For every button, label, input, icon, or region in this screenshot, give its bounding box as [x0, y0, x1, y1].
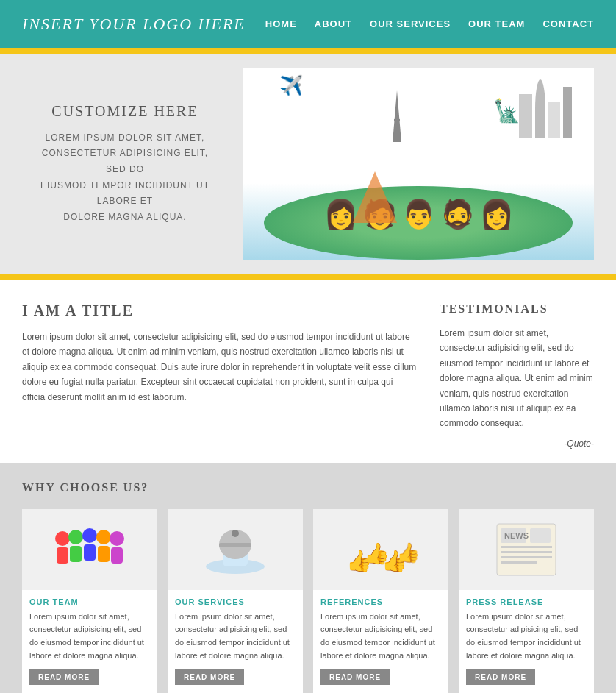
card-team-body: Lorem ipsum dolor sit amet, consectetur … — [29, 611, 150, 662]
card-team: Our Team Lorem ipsum dolor sit amet, con… — [22, 509, 157, 693]
content-sidebar: Testimonials Lorem ipsum dolor sit amet,… — [440, 302, 594, 449]
nav-contact[interactable]: Contact — [542, 18, 594, 29]
svg-rect-15 — [219, 543, 251, 547]
card-press: NEWS Press Release Lorem ipsum dolor sit… — [459, 509, 594, 693]
card-references-content: References Lorem ipsum dolor sit amet, c… — [313, 590, 448, 693]
svg-rect-24 — [501, 546, 552, 548]
hero-section: Customize Here Lorem ipsum dolor sit ame… — [0, 54, 616, 274]
sidebar-body: Lorem ipsum dolor sit amet, consectetur … — [440, 326, 594, 431]
card-references-title: References — [320, 597, 441, 606]
svg-rect-26 — [501, 556, 552, 558]
hero-title: Customize Here — [37, 103, 213, 120]
why-title: Why Choose Us? — [22, 481, 594, 494]
statue-icon: 🗽 — [493, 98, 520, 124]
triangle-shape — [353, 171, 397, 223]
card-press-image: NEWS — [459, 509, 594, 590]
svg-rect-16 — [232, 530, 239, 537]
hero-body: Lorem ipsum dolor sit amet, consectetur … — [37, 130, 213, 226]
card-team-button[interactable]: Read More — [29, 669, 99, 685]
card-press-title: Press Release — [466, 597, 587, 606]
card-references-image: 👍 👍 👍 👍 — [313, 509, 448, 590]
svg-marker-0 — [393, 90, 401, 142]
svg-rect-25 — [501, 551, 552, 553]
main-content: I Am A Title Lorem ipsum dolor sit amet,… — [22, 302, 418, 449]
card-press-content: Press Release Lorem ipsum dolor sit amet… — [459, 590, 594, 693]
person5-icon: 👩 — [479, 198, 514, 230]
svg-rect-28 — [530, 528, 551, 543]
card-press-body: Lorem ipsum dolor sit amet, consectetur … — [466, 611, 587, 662]
sidebar-quote: -Quote- — [440, 438, 594, 449]
svg-rect-11 — [111, 547, 123, 564]
logo: Insert Your Logo Here — [22, 15, 246, 34]
svg-point-6 — [82, 528, 97, 543]
content-main-title: I Am A Title — [22, 302, 418, 319]
person4-icon: 🧔 — [440, 198, 475, 230]
person3-icon: 👨 — [401, 198, 436, 230]
hero-text-box: Customize Here Lorem ipsum dolor sit ame… — [22, 88, 228, 241]
svg-text:👍: 👍 — [396, 541, 420, 564]
card-services-button[interactable]: Read More — [175, 669, 244, 685]
svg-point-2 — [55, 531, 70, 546]
buildings — [519, 79, 572, 138]
card-references: 👍 👍 👍 👍 References Lorem ipsum dolor sit… — [313, 509, 448, 693]
svg-rect-3 — [57, 547, 68, 564]
svg-rect-27 — [501, 561, 537, 564]
nav-about[interactable]: About — [315, 18, 352, 29]
card-services-image — [168, 509, 303, 590]
content-section: I Am A Title Lorem ipsum dolor sit amet,… — [0, 280, 616, 463]
svg-point-8 — [96, 530, 111, 544]
yellow-strip-top — [0, 48, 616, 54]
card-services: Our Services Lorem ipsum dolor sit amet,… — [168, 509, 303, 693]
navigation: Home About Our Services Our Team Contact — [265, 18, 594, 29]
content-main-body: Lorem ipsum dolor sit amet, consectetur … — [22, 330, 418, 405]
nav-services[interactable]: Our Services — [370, 18, 451, 29]
card-team-title: Our Team — [29, 597, 150, 606]
nav-team[interactable]: Our Team — [468, 18, 525, 29]
header: Insert Your Logo Here Home About Our Ser… — [0, 0, 616, 48]
card-references-button[interactable]: Read More — [320, 669, 390, 685]
hero-image: ✈️ 🗽 👩 🧑 👨 — [243, 68, 594, 260]
card-team-image — [22, 509, 157, 590]
cards-row: Our Team Lorem ipsum dolor sit amet, con… — [22, 509, 594, 693]
yellow-strip-middle — [0, 274, 616, 280]
card-services-content: Our Services Lorem ipsum dolor sit amet,… — [168, 590, 303, 693]
svg-rect-9 — [98, 546, 110, 562]
plane-icon: ✈️ — [279, 74, 303, 97]
sidebar-title: Testimonials — [440, 302, 594, 316]
people-group: 👩 🧑 👨 🧔 👩 — [323, 198, 514, 230]
svg-point-4 — [68, 530, 83, 544]
nav-home[interactable]: Home — [265, 18, 297, 29]
card-services-body: Lorem ipsum dolor sit amet, consectetur … — [175, 611, 296, 662]
svg-text:NEWS: NEWS — [504, 531, 529, 540]
card-team-content: Our Team Lorem ipsum dolor sit amet, con… — [22, 590, 157, 693]
card-press-button[interactable]: Read More — [466, 669, 535, 685]
tower-icon — [390, 90, 404, 145]
hero-illustration: ✈️ 🗽 👩 🧑 👨 — [243, 68, 594, 260]
svg-rect-5 — [70, 546, 82, 562]
svg-point-10 — [110, 531, 124, 546]
card-references-body: Lorem ipsum dolor sit amet, consectetur … — [320, 611, 441, 662]
svg-rect-7 — [84, 544, 96, 561]
card-services-title: Our Services — [175, 597, 296, 606]
why-section: Why Choose Us? — [0, 463, 616, 693]
